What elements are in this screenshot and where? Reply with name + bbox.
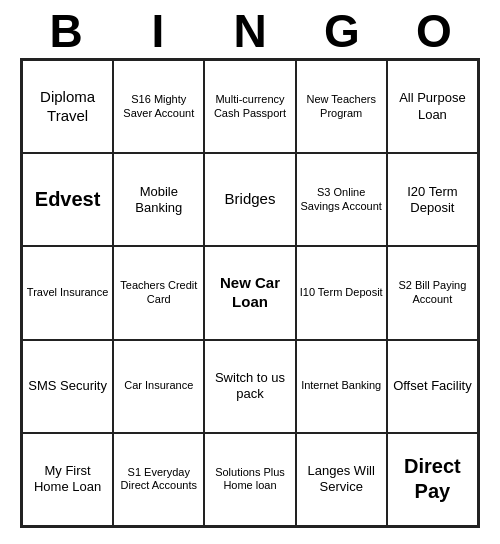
bingo-cell-8: S3 Online Savings Account bbox=[296, 153, 387, 246]
bingo-cell-9: I20 Term Deposit bbox=[387, 153, 478, 246]
header-g: G bbox=[296, 8, 388, 54]
bingo-cell-0: Diploma Travel bbox=[22, 60, 113, 153]
bingo-cell-7: Bridges bbox=[204, 153, 295, 246]
header-n: N bbox=[204, 8, 296, 54]
bingo-cell-20: My First Home Loan bbox=[22, 433, 113, 526]
bingo-cell-5: Edvest bbox=[22, 153, 113, 246]
bingo-cell-16: Car Insurance bbox=[113, 340, 204, 433]
bingo-cell-10: Travel Insurance bbox=[22, 246, 113, 339]
bingo-cell-19: Offset Facility bbox=[387, 340, 478, 433]
bingo-cell-15: SMS Security bbox=[22, 340, 113, 433]
bingo-cell-23: Langes Will Service bbox=[296, 433, 387, 526]
header-b: B bbox=[20, 8, 112, 54]
bingo-grid: Diploma TravelS16 Mighty Saver AccountMu… bbox=[20, 58, 480, 528]
header-o: O bbox=[388, 8, 480, 54]
bingo-cell-24: Direct Pay bbox=[387, 433, 478, 526]
bingo-cell-14: S2 Bill Paying Account bbox=[387, 246, 478, 339]
bingo-cell-11: Teachers Credit Card bbox=[113, 246, 204, 339]
bingo-cell-2: Multi-currency Cash Passport bbox=[204, 60, 295, 153]
bingo-cell-3: New Teachers Program bbox=[296, 60, 387, 153]
bingo-cell-12: New Car Loan bbox=[204, 246, 295, 339]
bingo-cell-6: Mobile Banking bbox=[113, 153, 204, 246]
bingo-cell-13: I10 Term Deposit bbox=[296, 246, 387, 339]
bingo-cell-1: S16 Mighty Saver Account bbox=[113, 60, 204, 153]
bingo-cell-21: S1 Everyday Direct Accounts bbox=[113, 433, 204, 526]
bingo-cell-4: All Purpose Loan bbox=[387, 60, 478, 153]
bingo-header: B I N G O bbox=[20, 0, 480, 58]
bingo-cell-17: Switch to us pack bbox=[204, 340, 295, 433]
bingo-cell-18: Internet Banking bbox=[296, 340, 387, 433]
header-i: I bbox=[112, 8, 204, 54]
bingo-cell-22: Solutions Plus Home loan bbox=[204, 433, 295, 526]
